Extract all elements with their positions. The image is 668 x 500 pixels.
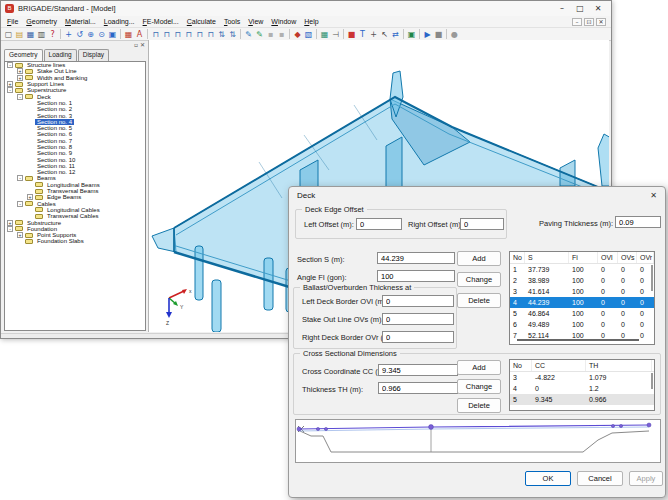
support-tool-icon[interactable]: ■ <box>346 28 357 40</box>
add-node-icon[interactable]: + <box>368 28 379 40</box>
structure-line-icon[interactable]: ⊓ <box>150 28 161 40</box>
table-row[interactable]: 238.989100000 <box>510 275 654 286</box>
mesh-icon[interactable]: ▦ <box>123 28 134 40</box>
column-header[interactable]: CC <box>532 360 586 371</box>
save-file-icon[interactable]: ▦ <box>25 28 36 40</box>
menu-item-file[interactable]: File <box>3 18 22 25</box>
open-file-icon[interactable]: ▤ <box>14 28 25 40</box>
collapse-icon[interactable]: - <box>7 62 13 68</box>
tab-loading[interactable]: Loading <box>44 49 77 61</box>
text-label-icon[interactable]: A <box>134 28 145 40</box>
table-row[interactable]: 649.489100000 <box>510 319 654 330</box>
help-icon[interactable]: ? <box>47 28 58 40</box>
expand-icon[interactable]: + <box>7 81 13 87</box>
section-change-button[interactable]: Change <box>457 272 501 287</box>
zoom-fit-icon[interactable]: ▣ <box>107 28 118 40</box>
results-icon[interactable]: ● <box>449 28 460 40</box>
thickness-th-input[interactable] <box>378 382 458 394</box>
collapse-icon[interactable]: - <box>7 87 13 93</box>
longitudinal-beam-icon[interactable]: ⊓ <box>194 28 205 40</box>
column-header[interactable]: No <box>510 252 525 263</box>
transversal-beam-icon[interactable]: ⊓ <box>205 28 216 40</box>
load-tool-icon[interactable]: T <box>357 28 368 40</box>
orbit-icon[interactable]: ↺ <box>74 28 85 40</box>
paving-thickness-input[interactable] <box>615 216 661 228</box>
expand-icon[interactable]: + <box>17 232 23 238</box>
menu-item-window[interactable]: Window <box>267 18 300 25</box>
zoom-window-icon[interactable]: ⊙ <box>96 28 107 40</box>
mdi-restore-icon[interactable]: ⊡ <box>584 18 594 26</box>
cc-change-button[interactable]: Change <box>457 379 501 394</box>
tab-display[interactable]: Display <box>78 49 109 61</box>
cross-coordinate-input[interactable] <box>378 364 458 376</box>
column-header[interactable]: OVr <box>637 252 654 263</box>
support-line-icon[interactable]: ⊓ <box>172 28 183 40</box>
mesh-view-icon[interactable]: ▣ <box>406 28 417 40</box>
stop-analysis-icon[interactable]: ■ <box>433 28 444 40</box>
section-add-button[interactable]: Add <box>457 251 501 266</box>
cc-table-vscrollbar[interactable] <box>651 373 653 389</box>
tab-geometry[interactable]: Geometry <box>4 49 43 61</box>
solid-tool-1-icon[interactable]: ▪ <box>265 28 276 40</box>
menu-item-help[interactable]: Help <box>300 18 322 25</box>
solid-cube-icon[interactable]: ▧ <box>303 28 314 40</box>
table-row[interactable]: 3-4.8221.079 <box>510 372 654 383</box>
table-row[interactable]: 137.739100000 <box>510 264 654 275</box>
column-header[interactable]: TH <box>586 360 652 371</box>
menu-item-tools[interactable]: Tools <box>220 18 244 25</box>
cancel-button[interactable]: Cancel <box>577 471 623 486</box>
section-table-vscrollbar[interactable] <box>651 265 653 291</box>
new-file-icon[interactable]: ▢ <box>3 28 14 40</box>
connect-tool-icon[interactable]: ⊣ <box>330 28 341 40</box>
column-header[interactable]: S <box>525 252 569 263</box>
stake-out-line-icon[interactable]: ⊓ <box>161 28 172 40</box>
minimize-icon[interactable]: – <box>553 3 571 15</box>
banking-down-icon[interactable]: ⇅ <box>227 28 238 40</box>
menu-item-view[interactable]: View <box>244 18 267 25</box>
expand-icon[interactable]: + <box>7 220 13 226</box>
expand-icon[interactable]: + <box>17 68 23 74</box>
transform-tool-icon[interactable]: ⇄ <box>390 28 401 40</box>
panel-close-icon[interactable]: ✕ <box>140 42 145 48</box>
expand-icon[interactable]: + <box>17 75 23 81</box>
section-s-input[interactable] <box>377 252 455 264</box>
marker-icon[interactable]: ◆ <box>292 28 303 40</box>
apply-button[interactable]: Apply <box>629 471 663 486</box>
menu-item-femodel[interactable]: FE-Model... <box>139 18 183 25</box>
close-icon[interactable]: ✕ <box>589 3 607 15</box>
column-header[interactable]: OVl <box>598 252 618 263</box>
section-table-hscrollbar[interactable] <box>517 339 639 341</box>
draw-pen-icon[interactable]: ✎ <box>243 28 254 40</box>
table-tool-icon[interactable]: ▦ <box>319 28 330 40</box>
left-deck-border-ovl-input[interactable] <box>382 295 454 307</box>
section-delete-button[interactable]: Delete <box>457 293 501 308</box>
deck-section-icon[interactable]: ⊓ <box>183 28 194 40</box>
expand-icon[interactable]: + <box>27 194 33 200</box>
menu-item-geometry[interactable]: Geometry <box>22 18 61 25</box>
collapse-icon[interactable]: - <box>17 201 23 207</box>
tree-item-foundation-slabs[interactable]: Foundation Slabs <box>5 238 145 244</box>
zoom-in-icon[interactable]: ⊕ <box>85 28 96 40</box>
maximize-icon[interactable]: □ <box>571 3 589 15</box>
edit-pen-icon[interactable]: ✎ <box>254 28 265 40</box>
collapse-icon[interactable]: - <box>17 94 23 100</box>
banking-up-icon[interactable]: ⇅ <box>216 28 227 40</box>
pan-icon[interactable]: + <box>63 28 74 40</box>
dialog-close-icon[interactable]: ✕ <box>650 191 657 200</box>
column-header[interactable]: Fi <box>569 252 598 263</box>
cc-add-button[interactable]: Add <box>457 360 501 375</box>
cc-delete-button[interactable]: Delete <box>457 398 501 413</box>
menu-item-calculate[interactable]: Calculate <box>183 18 220 25</box>
stake-out-line-ovs-input[interactable] <box>382 313 454 325</box>
angle-fi-input[interactable] <box>377 270 455 282</box>
right-deck-border-ovr-input[interactable] <box>382 331 454 343</box>
table-row[interactable]: 59.3450.966 <box>510 394 654 405</box>
mdi-minimize-icon[interactable]: – <box>572 18 582 26</box>
table-row[interactable]: 444.239100000 <box>510 297 654 308</box>
table-row[interactable]: 546.864100000 <box>510 308 654 319</box>
ok-button[interactable]: OK <box>525 471 571 486</box>
table-row[interactable]: 401.2 <box>510 383 654 394</box>
collapse-icon[interactable]: - <box>7 226 13 232</box>
left-offset-input[interactable] <box>356 218 402 230</box>
run-analysis-icon[interactable]: ▶ <box>422 28 433 40</box>
